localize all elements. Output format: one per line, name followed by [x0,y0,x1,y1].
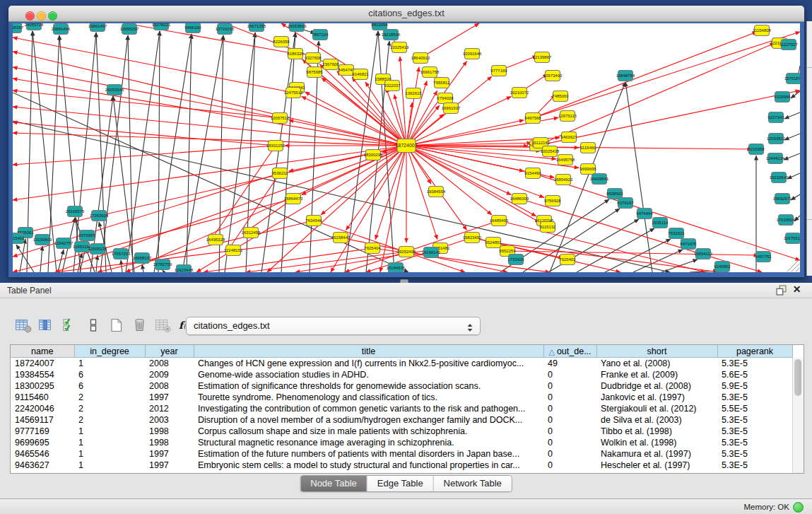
table-row[interactable]: 977716911998Corpus callosum shape and si… [11,426,792,437]
graph-node[interactable]: 6794028 [437,93,454,104]
graph-edge[interactable] [55,238,341,272]
graph-edge[interactable] [533,32,757,118]
graph-node[interactable]: 11127527 [779,40,798,50]
graph-node[interactable]: 18300295 [364,150,383,160]
graph-edge[interactable] [537,43,775,146]
graph-edge[interactable] [163,270,164,272]
cell-year[interactable]: 1997 [145,460,194,471]
column-header-pagerank[interactable]: pagerank [717,345,792,358]
cell-year[interactable]: 2003 [145,414,194,426]
graph-node[interactable]: 12248151 [224,245,243,256]
graph-node[interactable]: 19252498 [397,247,416,257]
graph-node[interactable]: 7857224 [312,30,329,40]
cell-out_degree[interactable]: 0 [543,414,596,426]
cell-title[interactable]: Investigating the contribution of common… [194,403,543,414]
cell-pagerank[interactable]: 5.3E-5 [717,426,792,437]
cell-short[interactable]: Nakamura et al. (1997) [596,448,717,460]
tab-network-table[interactable]: Network Table [434,476,512,491]
cell-name[interactable]: 18300295 [11,380,74,392]
graph-node[interactable]: 20053346 [105,85,124,95]
graph-node[interactable]: 15751874 [784,74,800,84]
graph-node[interactable]: 8215958 [748,144,765,155]
float-window-icon[interactable] [776,285,787,296]
graph-node[interactable]: 9524851 [485,238,502,248]
graph-node[interactable]: 9536211 [272,168,289,179]
graph-node[interactable]: 15864473 [284,194,303,204]
graph-edge[interactable] [13,133,406,146]
table-row[interactable]: 1456911722003Disruption of a novel membe… [11,414,792,426]
cell-short[interactable]: Wolkin et al. (1998) [596,437,717,448]
cell-year[interactable]: 1998 [145,437,194,448]
graph-node[interactable]: 9322037 [384,81,401,91]
graph-node[interactable]: 7485063 [552,91,569,102]
table-selector-dropdown[interactable]: citations_edges.txt [186,317,481,335]
table-row[interactable]: 1830029562008Estimation of significance … [11,380,792,392]
graph-node[interactable]: 16671355 [247,23,266,32]
graph-edge[interactable] [187,34,192,272]
cell-title[interactable]: Tourette syndrome. Phenomenology and cla… [194,392,543,403]
graph-node[interactable]: 7625404 [364,243,381,254]
graph-node[interactable]: 7632621 [668,228,685,239]
graph-edge[interactable] [533,32,800,118]
cell-year[interactable]: 2008 [145,358,194,370]
column-header-out_degree[interactable]: △out_de... [543,345,596,358]
graph-node[interactable]: 12505135 [88,244,107,255]
graph-edge[interactable] [791,194,800,200]
cell-title[interactable]: Genome-wide association studies in ADHD. [194,369,543,380]
graph-edge[interactable] [787,173,800,179]
graph-edge[interactable] [40,246,42,272]
table-row[interactable]: 969969511998Structural magnetic resonanc… [11,437,792,448]
cell-short[interactable]: de Silva et al. (2003) [596,414,717,426]
delete-table-icon[interactable] [154,317,172,334]
graph-edge[interactable] [126,146,406,272]
graph-node[interactable]: 17353924 [90,211,109,221]
graph-node[interactable]: 12923448 [175,265,194,273]
graph-edge[interactable] [533,173,800,260]
graph-node[interactable]: 16495758 [556,155,575,165]
graph-node[interactable]: 20206576 [66,206,85,217]
window-titlebar[interactable]: citations_edges.txt [8,6,804,22]
graph-edge[interactable] [406,97,511,146]
cell-in_degree[interactable]: 6 [74,380,145,392]
graph-node[interactable]: 16210072 [510,88,529,98]
graph-node[interactable]: 16961758 [420,67,440,78]
table-row[interactable]: 911546021997Tourette syndrome. Phenomeno… [11,392,792,403]
graph-node[interactable]: 12444134 [766,153,785,164]
graph-edge[interactable] [261,33,295,272]
graph-node[interactable]: 1362615 [405,88,422,99]
cell-pagerank[interactable]: 5.3E-5 [717,448,792,460]
cell-year[interactable]: 1998 [145,426,194,437]
graph-node[interactable]: 2935114 [652,218,669,228]
graph-node[interactable]: 9915401 [13,233,25,244]
cell-pagerank[interactable]: 5.3E-5 [717,392,792,403]
graph-edge[interactable] [212,146,276,238]
graph-node[interactable]: 15276021 [152,23,171,30]
cell-in_degree[interactable]: 1 [74,358,145,370]
cell-name[interactable]: 14569117 [11,414,74,426]
cell-year[interactable]: 1997 [145,448,194,460]
graph-node[interactable]: 12139867 [533,52,552,63]
cell-title[interactable]: Estimation of the future numbers of pati… [194,448,543,460]
cell-out_degree[interactable]: 0 [543,437,596,448]
cell-short[interactable]: Dudbridge et al. (2008) [596,380,717,392]
cell-out_degree[interactable]: 0 [543,448,596,460]
graph-node[interactable]: 19384554 [427,187,446,197]
graph-node[interactable]: 8471676 [680,239,697,250]
graph-edge[interactable] [784,134,800,140]
cell-name[interactable]: 9465546 [11,448,74,460]
cell-title[interactable]: Embryonic stem cells: a model to study s… [194,460,543,471]
cell-title[interactable]: Corpus callosum shape and size in male p… [194,426,543,437]
graph-edge[interactable] [406,146,492,215]
graph-node[interactable]: 16958107 [133,253,152,264]
cell-title[interactable]: Structural magnetic resonance image aver… [194,437,543,448]
graph-node[interactable]: 10955297 [120,24,139,35]
graph-edge[interactable] [128,35,133,272]
cell-title[interactable]: Changes of HCN gene expression and I(f) … [194,358,543,370]
graph-node[interactable]: 15184536 [387,263,406,273]
graph-node[interactable]: 9457751 [755,252,772,262]
cell-pagerank[interactable]: 5.5E-5 [717,403,792,414]
graph-node[interactable]: 1733426 [507,255,524,265]
graph-node[interactable]: 9975887 [78,230,95,241]
graph-node[interactable]: 7955812 [433,78,450,88]
graph-node[interactable]: 9466160 [184,23,201,33]
